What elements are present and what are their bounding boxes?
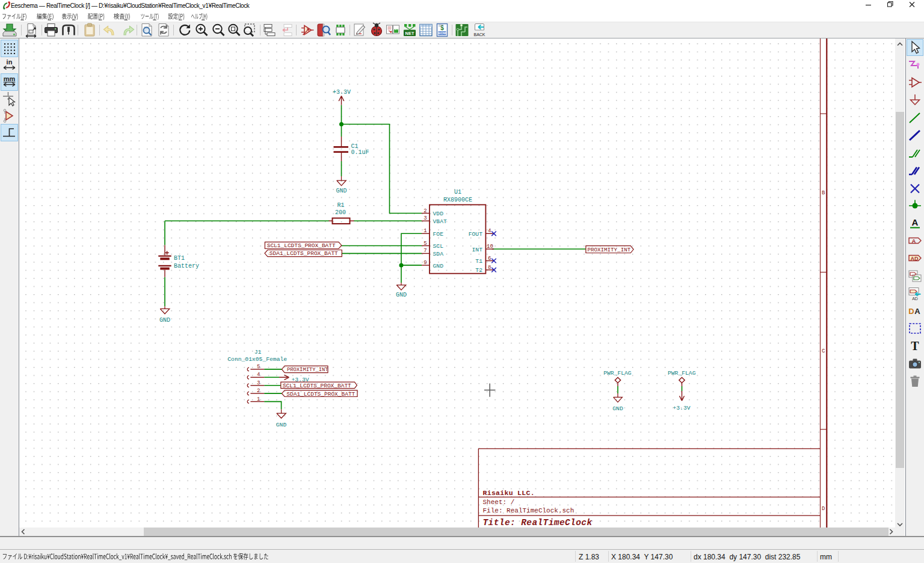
svg-text:Risaiku LLC.: Risaiku LLC. xyxy=(483,489,535,497)
svg-text:5: 5 xyxy=(257,364,260,370)
svg-text:A: A xyxy=(912,217,919,227)
svg-text:1: 1 xyxy=(424,228,427,234)
svg-text:U1: U1 xyxy=(454,189,461,195)
svg-text:7: 7 xyxy=(424,248,427,254)
svg-text:+3.3V: +3.3V xyxy=(333,89,351,96)
svg-text:VBAT: VBAT xyxy=(433,218,447,225)
svg-text:PWR_FLAG: PWR_FLAG xyxy=(603,370,632,377)
svg-text:9: 9 xyxy=(424,260,427,266)
svg-text:SDA1_LCDTS_PROX_BATT: SDA1_LCDTS_PROX_BATT xyxy=(270,250,338,257)
svg-text:B: B xyxy=(822,190,825,196)
svg-text:GND: GND xyxy=(612,405,623,412)
svg-text:GND: GND xyxy=(396,292,407,298)
svg-text:Battery: Battery xyxy=(174,263,199,269)
svg-text:0.1uF: 0.1uF xyxy=(351,149,369,156)
svg-text:GND: GND xyxy=(159,317,170,324)
svg-text:2: 2 xyxy=(424,208,427,214)
svg-text:RX8900CE: RX8900CE xyxy=(443,197,472,203)
svg-text:PROXIMITY_INT: PROXIMITY_INT xyxy=(588,247,631,253)
svg-text:T: T xyxy=(911,339,919,352)
svg-text:D: D xyxy=(908,307,914,316)
svg-text:mm: mm xyxy=(4,75,16,82)
svg-text:C1: C1 xyxy=(351,143,359,150)
svg-text:R1: R1 xyxy=(337,202,344,209)
svg-text:SDA: SDA xyxy=(433,251,444,257)
svg-text:BACK: BACK xyxy=(473,32,485,37)
svg-text:File: RealTimeClock.sch: File: RealTimeClock.sch xyxy=(483,507,574,514)
svg-text:10: 10 xyxy=(487,244,493,250)
svg-text:PROXIMITY_INT: PROXIMITY_INT xyxy=(287,367,328,373)
svg-text:VDD: VDD xyxy=(433,211,444,217)
svg-text:4: 4 xyxy=(257,372,260,378)
svg-text:SCL1_LCDTS_PROX_BATT: SCL1_LCDTS_PROX_BATT xyxy=(267,242,336,249)
svg-text:A: A xyxy=(912,238,916,244)
svg-text:Sheet: /: Sheet: / xyxy=(483,499,515,506)
svg-text:GND: GND xyxy=(433,263,444,269)
svg-text:INT: INT xyxy=(472,247,483,253)
svg-text:+3.3V: +3.3V xyxy=(673,405,690,411)
svg-text:AD: AD xyxy=(911,256,919,262)
svg-text:T2: T2 xyxy=(475,267,482,274)
svg-text:GND: GND xyxy=(276,422,287,428)
svg-text:200: 200 xyxy=(335,209,346,216)
svg-text:T1: T1 xyxy=(475,258,482,265)
svg-text:PWR_FLAG: PWR_FLAG xyxy=(668,370,696,377)
svg-text:in: in xyxy=(7,58,13,66)
svg-text:BOM: BOM xyxy=(438,31,446,35)
svg-text:3: 3 xyxy=(257,380,260,386)
svg-text:SCL1_LCDTS_PROX_BATT: SCL1_LCDTS_PROX_BATT xyxy=(283,383,351,389)
svg-text:2: 2 xyxy=(257,388,260,394)
svg-text:NET: NET xyxy=(405,31,414,36)
svg-text:J1: J1 xyxy=(254,349,262,355)
svg-text:8: 8 xyxy=(488,265,491,271)
svg-text:GND: GND xyxy=(336,188,346,194)
svg-text:4: 4 xyxy=(488,228,491,234)
svg-text:1: 1 xyxy=(257,396,260,402)
svg-text:Conn_01x05_Female: Conn_01x05_Female xyxy=(227,356,287,363)
svg-text:BT1: BT1 xyxy=(174,255,185,262)
svg-text:D: D xyxy=(822,506,825,512)
svg-text:SCL: SCL xyxy=(433,243,444,250)
svg-text:$: $ xyxy=(440,25,444,31)
svg-text:Title: RealTimeClock: Title: RealTimeClock xyxy=(483,518,593,528)
svg-text:FOUT: FOUT xyxy=(469,231,482,238)
svg-text:SDA1_LCDTS_PROX_BATT: SDA1_LCDTS_PROX_BATT xyxy=(286,391,355,398)
svg-text:3: 3 xyxy=(424,215,427,221)
svg-text:FOE: FOE xyxy=(433,231,444,238)
svg-text:C: C xyxy=(822,348,825,354)
svg-text:A: A xyxy=(914,307,920,316)
svg-text:6: 6 xyxy=(488,256,491,262)
svg-text:AD: AD xyxy=(912,297,918,301)
svg-text:5: 5 xyxy=(424,241,427,247)
